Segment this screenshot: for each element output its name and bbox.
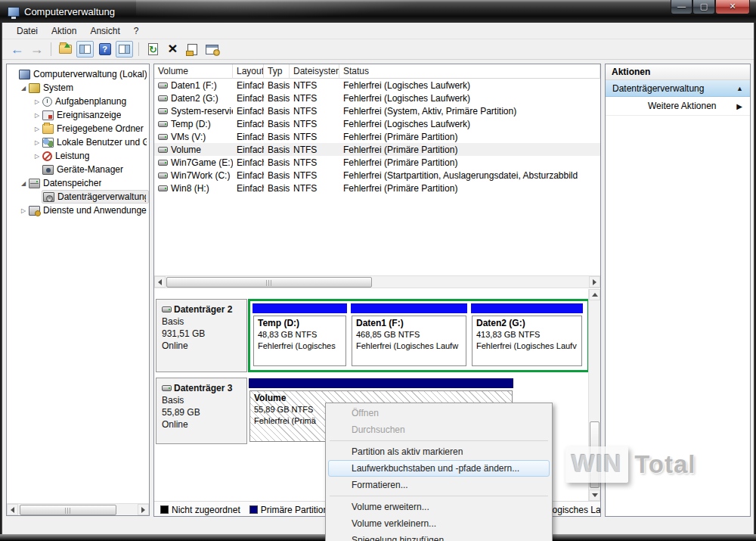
- disk2-label[interactable]: Datenträger 2 Basis 931,51 GB Online: [156, 299, 247, 372]
- extended-partition-container: Temp (D:) 48,83 GB NTFS Fehlerfrei (Logi…: [248, 299, 590, 372]
- maximize-button[interactable]: ▢: [692, 0, 715, 14]
- legend-item: Primäre Partition: [249, 505, 328, 515]
- legend-swatch: [249, 505, 258, 514]
- delete-icon[interactable]: [164, 41, 181, 58]
- properties-icon[interactable]: [184, 41, 201, 58]
- tree-item[interactable]: ▷ Ereignisanzeige: [7, 108, 149, 122]
- context-menu-item[interactable]: Laufwerkbuchstaben und -pfade ändern...: [328, 460, 550, 477]
- main-horizontal-scrollbar[interactable]: [154, 275, 600, 288]
- tree-expander-icon[interactable]: ◢: [19, 180, 28, 187]
- disk2-size: 931,51 GB: [162, 328, 241, 340]
- menu-item[interactable]: Datei: [10, 24, 45, 38]
- table-row[interactable]: Temp (D:) Einfach Basis NTFS Fehlerfrei …: [154, 117, 600, 130]
- services-icon: [29, 206, 40, 216]
- legend-swatch: [160, 505, 169, 514]
- tree-item[interactable]: ▷ Leistung: [7, 149, 149, 163]
- context-menu-item[interactable]: Partition als aktiv markieren: [328, 443, 550, 460]
- users-icon: [42, 138, 54, 148]
- show-console-tree-icon[interactable]: [76, 41, 94, 58]
- tree-item[interactable]: ▷ Dienste und Anwendungen: [7, 204, 149, 217]
- title-bar[interactable]: Computerverwaltung — ▢ ✕: [0, 0, 756, 23]
- tree-expander-icon[interactable]: ▷: [33, 112, 42, 119]
- drive-icon: [158, 121, 168, 127]
- console-tree-panel: Computerverwaltung (Lokal) ◢ System ▷: [6, 64, 150, 516]
- window-title: Computerverwaltung: [24, 6, 115, 17]
- tree-item[interactable]: ▷ Lokale Benutzer und Gruppen: [7, 135, 149, 149]
- context-menu-item[interactable]: Volume verkleinern...: [328, 515, 550, 532]
- menu-item[interactable]: ?: [127, 24, 146, 38]
- context-menu-item: [330, 496, 548, 496]
- toolbar-separator: [138, 42, 139, 56]
- context-menu-item[interactable]: Formatieren...: [328, 477, 550, 493]
- menu-item[interactable]: Aktion: [45, 24, 83, 38]
- table-row[interactable]: System-reserviert Einfach Basis NTFS Feh…: [154, 104, 600, 117]
- collapse-icon[interactable]: ▲: [736, 85, 743, 92]
- table-row[interactable]: Win7Game (E:) Einfach Basis NTFS Fehlerf…: [154, 156, 600, 169]
- tree-expander-icon[interactable]: ▷: [33, 153, 42, 160]
- disk3-size: 55,89 GB: [162, 406, 241, 418]
- minimize-button[interactable]: —: [671, 0, 692, 14]
- actions-group-bar[interactable]: Datenträgerverwaltung ▲: [606, 80, 750, 97]
- column-status[interactable]: Status: [339, 64, 600, 79]
- table-row[interactable]: Volume Einfach Basis NTFS Fehlerfrei (Pr…: [154, 143, 600, 156]
- tree-item[interactable]: Datenträgerverwaltung: [7, 190, 149, 204]
- disk-vertical-scrollbar[interactable]: [588, 289, 600, 501]
- partition-type-bar: [249, 378, 513, 388]
- context-menu-item[interactable]: Volume erweitern...: [328, 499, 550, 515]
- snap-in-icon[interactable]: [203, 41, 221, 58]
- tree-item[interactable]: ◢ System: [7, 81, 149, 95]
- table-row[interactable]: Win8 (H:) Einfach Basis NTFS Fehlerfrei …: [154, 182, 600, 194]
- task-scheduler-icon: [42, 97, 52, 107]
- context-menu-item[interactable]: Durchsuchen: [328, 421, 550, 438]
- partition[interactable]: Temp (D:) 48,83 GB NTFS Fehlerfrei (Logi…: [252, 303, 348, 368]
- column-dateisystem[interactable]: Dateisystem: [290, 64, 339, 79]
- actions-header: Aktionen: [606, 64, 750, 80]
- disk2-status: Online: [162, 340, 241, 352]
- table-row[interactable]: Daten1 (F:) Einfach Basis NTFS Fehlerfre…: [154, 79, 600, 92]
- tree-item[interactable]: ▷ Freigegebene Ordner: [7, 122, 149, 135]
- context-menu-item[interactable]: Spiegelung hinzufügen: [328, 532, 550, 541]
- table-row[interactable]: Daten2 (G:) Einfach Basis NTFS Fehlerfre…: [154, 92, 600, 104]
- tree-expander-icon[interactable]: ◢: [19, 85, 28, 92]
- back-icon[interactable]: ←: [8, 41, 26, 58]
- menu-bar: Datei Aktion Ansicht ?: [2, 23, 754, 39]
- drive-icon: [158, 173, 168, 179]
- column-layout[interactable]: Layout: [233, 64, 264, 79]
- tree-expander-icon[interactable]: ▷: [33, 98, 42, 105]
- tree-expander-icon[interactable]: ▷: [19, 207, 28, 214]
- up-folder-icon[interactable]: [57, 41, 74, 58]
- computer-management-window: Computerverwaltung — ▢ ✕ Datei Aktion An…: [0, 0, 756, 541]
- actions-panel: Aktionen Datenträgerverwaltung ▲ Weitere…: [605, 64, 751, 517]
- drive-icon: [158, 134, 168, 140]
- tree-expander-icon[interactable]: ▷: [33, 139, 42, 146]
- help-icon[interactable]: [96, 41, 113, 58]
- context-menu-item[interactable]: Öffnen: [328, 405, 550, 421]
- disk3-status: Online: [162, 418, 241, 431]
- disk-management-icon: [43, 192, 54, 202]
- drive-icon: [158, 108, 168, 114]
- submenu-arrow-icon: ▶: [736, 102, 742, 110]
- table-row[interactable]: Win7Work (C:) Einfach Basis NTFS Fehlerf…: [154, 169, 600, 182]
- partition[interactable]: Daten1 (F:) 468,85 GB NTFS Fehlerfrei (L…: [350, 303, 468, 368]
- tree-horizontal-scrollbar[interactable]: [7, 503, 149, 515]
- tree-expander-icon[interactable]: ▷: [33, 126, 42, 132]
- tree-item[interactable]: Geräte-Manager: [7, 163, 149, 176]
- show-action-pane-icon[interactable]: [116, 41, 133, 58]
- partition[interactable]: Daten2 (G:) 413,83 GB NTFS Fehlerfrei (L…: [470, 303, 584, 368]
- menu-item[interactable]: Ansicht: [83, 24, 126, 38]
- shared-folders-icon: [42, 124, 54, 134]
- column-volume[interactable]: Volume: [154, 64, 233, 79]
- forward-icon[interactable]: →: [28, 41, 45, 58]
- refresh-icon[interactable]: [144, 41, 162, 58]
- disk3-label[interactable]: Datenträger 3 Basis 55,89 GB Online: [156, 378, 247, 444]
- tree-item[interactable]: Computerverwaltung (Lokal): [7, 67, 149, 81]
- console-tree: Computerverwaltung (Lokal) ◢ System ▷: [7, 64, 149, 217]
- close-button[interactable]: ✕: [715, 0, 750, 14]
- tree-item[interactable]: ▷ Aufgabenplanung: [7, 95, 149, 108]
- performance-icon: [42, 151, 52, 161]
- table-row[interactable]: VMs (V:) Einfach Basis NTFS Fehlerfrei (…: [154, 130, 600, 143]
- tree-item[interactable]: ◢ Datenspeicher: [7, 176, 149, 190]
- column-typ[interactable]: Typ: [264, 64, 290, 79]
- storage-icon: [29, 179, 40, 188]
- more-actions-item[interactable]: Weitere Aktionen ▶: [606, 97, 750, 116]
